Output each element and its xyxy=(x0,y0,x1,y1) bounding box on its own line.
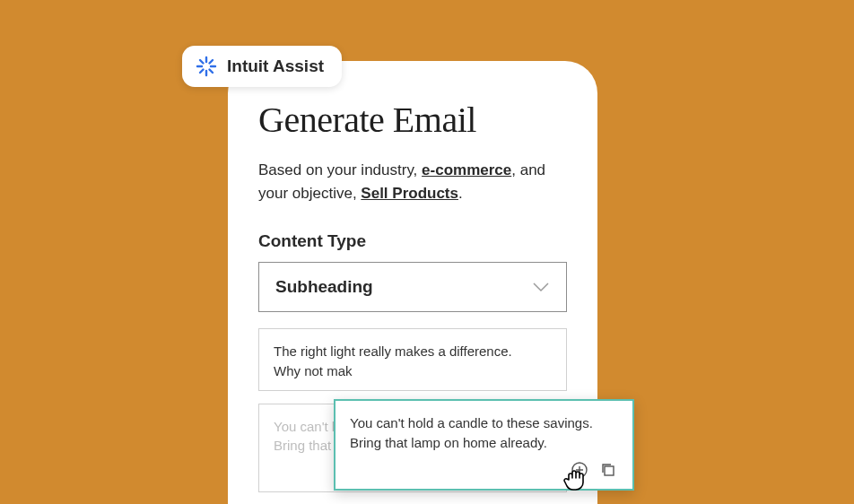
description: Based on your industry, e-commerce, and … xyxy=(258,159,567,204)
grab-cursor-icon xyxy=(560,462,592,498)
intuit-assist-badge[interactable]: Intuit Assist xyxy=(182,46,342,87)
sparkle-icon xyxy=(195,55,218,78)
chevron-down-icon xyxy=(532,282,550,292)
svg-rect-3 xyxy=(605,466,614,475)
copy-icon[interactable] xyxy=(598,460,618,480)
page-title: Generate Email xyxy=(258,99,567,141)
assist-label: Intuit Assist xyxy=(227,56,324,76)
content-type-select[interactable]: Subheading xyxy=(258,262,567,312)
desc-objective-link[interactable]: Sell Products xyxy=(361,185,458,202)
content-type-label: Content Type xyxy=(258,231,567,251)
desc-industry-link[interactable]: e-commerce xyxy=(422,161,511,178)
desc-prefix: Based on your industry, xyxy=(258,161,422,178)
content-type-value: Subheading xyxy=(275,277,373,297)
suggestion-text: The right light really makes a differenc… xyxy=(274,342,552,381)
desc-suffix: . xyxy=(458,185,463,202)
suggestion-card[interactable]: The right light really makes a differenc… xyxy=(258,328,567,391)
dragged-suggestion-text: You can't hold a candle to these savings… xyxy=(350,413,618,453)
